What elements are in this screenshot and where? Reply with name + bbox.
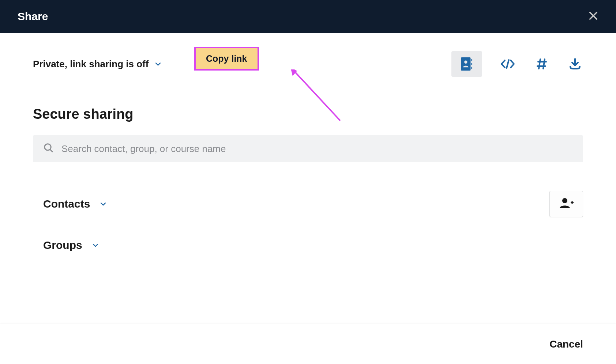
contact-card-icon <box>461 57 473 71</box>
chevron-down-icon <box>92 242 99 249</box>
svg-line-13 <box>543 59 545 69</box>
top-row: Private, link sharing is off Copy link <box>33 51 583 90</box>
dialog-footer: Cancel <box>0 324 616 364</box>
contacts-label: Contacts <box>43 198 90 210</box>
copy-link-label: Copy link <box>206 53 247 64</box>
groups-label: Groups <box>43 239 82 251</box>
download-button[interactable] <box>567 56 583 72</box>
contacts-toggle[interactable]: Contacts <box>43 198 107 210</box>
search-input[interactable] <box>61 143 573 155</box>
chevron-down-icon <box>99 200 107 208</box>
groups-section: Groups <box>33 239 583 251</box>
svg-marker-3 <box>290 69 297 76</box>
share-mode-icons <box>451 51 583 77</box>
hash-button[interactable] <box>533 56 549 72</box>
dialog-title: Share <box>18 10 48 23</box>
embed-icon <box>500 58 515 69</box>
cancel-label: Cancel <box>549 338 583 350</box>
close-button[interactable] <box>588 10 598 23</box>
dialog-content: Private, link sharing is off Copy link <box>0 33 616 251</box>
svg-rect-4 <box>461 57 470 71</box>
search-box[interactable] <box>33 135 583 162</box>
svg-point-17 <box>562 198 567 203</box>
dialog-header: Share <box>0 0 616 33</box>
annotation-arrow <box>289 69 348 132</box>
hash-icon <box>535 58 548 70</box>
svg-point-5 <box>464 61 467 64</box>
groups-toggle[interactable]: Groups <box>43 239 583 251</box>
copy-link-button[interactable]: Copy link <box>194 47 259 71</box>
svg-line-16 <box>50 149 52 152</box>
svg-line-9 <box>507 60 509 68</box>
download-icon <box>569 58 581 70</box>
person-add-icon <box>559 197 574 211</box>
chevron-down-icon <box>154 60 162 68</box>
privacy-dropdown[interactable]: Private, link sharing is off <box>33 58 162 70</box>
embed-button[interactable] <box>500 56 516 72</box>
svg-line-12 <box>539 59 540 69</box>
search-icon <box>43 143 54 155</box>
privacy-label: Private, link sharing is off <box>33 58 149 70</box>
contacts-section: Contacts <box>33 191 583 217</box>
contact-card-button[interactable] <box>451 51 482 77</box>
secure-sharing-title: Secure sharing <box>33 106 583 122</box>
add-contact-button[interactable] <box>549 191 583 217</box>
cancel-button[interactable]: Cancel <box>549 338 583 350</box>
